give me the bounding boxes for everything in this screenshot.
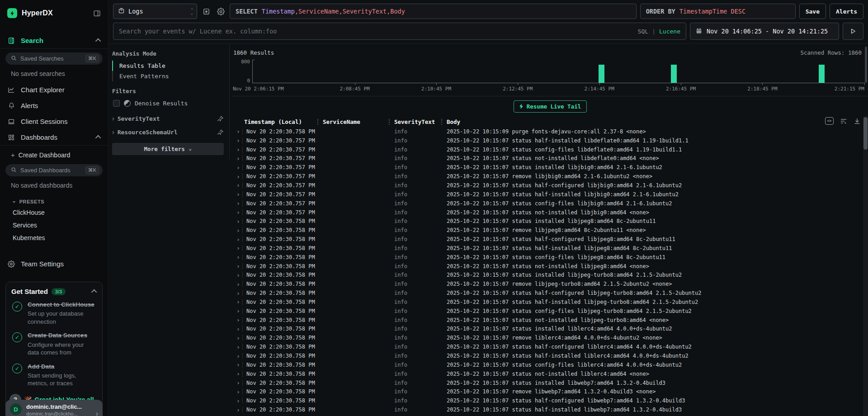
table-row[interactable]: Nov 20 2:20:30.757 PMinfo2025-10-22 10:1…	[232, 163, 868, 172]
wrap-lines-icon[interactable]	[840, 118, 848, 125]
table-row[interactable]: Nov 20 2:20:30.758 PMinfo2025-10-22 10:1…	[232, 387, 868, 396]
page-scrollbar[interactable]	[865, 47, 867, 83]
table-row[interactable]: Nov 20 2:20:30.757 PMinfo2025-10-22 10:1…	[232, 172, 868, 181]
select-chevrons-icon: ⌃⌃	[191, 8, 193, 15]
cell-body: 2025-10-22 10:15:07 status config-files …	[447, 254, 868, 260]
column-header-timestamp[interactable]: Timestamp (Local)	[244, 118, 323, 125]
table-row[interactable]: Nov 20 2:20:30.758 PMinfo2025-10-22 10:1…	[232, 253, 868, 262]
table-row[interactable]: Nov 20 2:20:30.758 PMinfo2025-10-22 10:1…	[232, 262, 868, 271]
table-row[interactable]: Nov 20 2:20:30.758 PMinfo2025-10-22 10:1…	[232, 226, 868, 235]
table-row[interactable]: Nov 20 2:20:30.757 PMinfo2025-10-22 10:1…	[232, 136, 868, 145]
column-header-body[interactable]: Body	[447, 118, 868, 125]
sidebar-collapse-icon[interactable]	[93, 9, 101, 17]
order-by-input[interactable]: ORDER BY TimestampTime DESC	[640, 4, 796, 19]
sidebar-preset-item[interactable]: ClickHouse	[0, 206, 108, 219]
lucene-mode-toggle[interactable]: Lucene	[659, 28, 680, 35]
table-row[interactable]: Nov 20 2:20:30.758 PMinfo2025-10-22 10:1…	[232, 298, 868, 307]
saved-searches-input[interactable]: Saved Searches ⌘K	[5, 52, 103, 65]
denoise-results-toggle[interactable]: Denoise Results	[112, 98, 224, 109]
create-dashboard-button[interactable]: Create Dashboard	[0, 146, 108, 161]
more-filters-button[interactable]: More filters	[112, 143, 224, 155]
filter-group-severitytext[interactable]: SeverityText	[112, 115, 224, 122]
results-histogram[interactable]: 800 0 Nov 20 2:06:15 PM2:08:45 PM2:10:45…	[233, 60, 864, 83]
save-button[interactable]: Save	[799, 4, 826, 19]
column-header-servicename[interactable]: ServiceName	[323, 118, 394, 125]
table-row[interactable]: Nov 20 2:20:30.758 PMinfo2025-10-22 10:1…	[232, 288, 868, 298]
alerts-button[interactable]: Alerts	[830, 4, 863, 19]
table-row[interactable]: Nov 20 2:20:30.758 PMinfo2025-10-22 10:1…	[232, 378, 868, 388]
sidebar-item-chart-explorer[interactable]: Chart Explorer	[0, 82, 108, 98]
sidebar-preset-item[interactable]: Services	[0, 219, 108, 232]
table-row[interactable]: Nov 20 2:20:30.757 PMinfo2025-10-22 10:1…	[232, 145, 868, 154]
table-row[interactable]: Nov 20 2:20:30.758 PMinfo2025-10-22 10:1…	[232, 325, 868, 334]
presets-section-toggle[interactable]: PRESETS	[0, 194, 108, 206]
table-row[interactable]: Nov 20 2:20:30.757 PMinfo2025-10-22 10:1…	[232, 208, 868, 217]
column-resize-handle[interactable]	[441, 119, 442, 125]
denoise-checkbox[interactable]	[113, 100, 120, 107]
table-row[interactable]: Nov 20 2:20:30.758 PMinfo2025-10-22 10:1…	[232, 333, 868, 342]
get-started-task[interactable]: ✓Create Data SourcesConfigure where your…	[12, 331, 97, 356]
get-started-header[interactable]: Get Started 3/3	[11, 288, 97, 295]
user-profile-chip[interactable]: D dominic.tran@clic... dominic.tran@clic…	[5, 400, 103, 416]
filter-group-resourceschemaurl[interactable]: ResourceSchemaUrl	[112, 128, 224, 136]
pin-icon[interactable]	[217, 129, 224, 136]
table-row[interactable]: Nov 20 2:20:30.758 PMinfo2025-10-22 10:1…	[232, 351, 868, 360]
resume-live-tail-button[interactable]: Resume Live Tail	[514, 100, 587, 113]
chevron-up-icon	[91, 289, 97, 295]
table-row[interactable]: Nov 20 2:20:30.758 PMinfo2025-10-22 10:1…	[232, 396, 868, 405]
analysis-mode-option[interactable]: Results Table	[112, 61, 224, 71]
filters-panel: Analysis Mode Results TableEvent Pattern…	[108, 44, 230, 159]
histogram-bar[interactable]	[671, 65, 677, 83]
scrollbar-thumb[interactable]	[863, 117, 868, 150]
histogram-bar[interactable]	[599, 65, 604, 83]
table-row[interactable]: Nov 20 2:20:30.758 PMinfo2025-10-22 10:1…	[232, 342, 868, 351]
histogram-bar[interactable]	[819, 65, 825, 83]
saved-dashboards-input[interactable]: Saved Dashboards ⌘K	[5, 164, 103, 176]
download-icon[interactable]	[854, 118, 861, 125]
table-row[interactable]: Nov 20 2:20:30.757 PMinfo2025-10-22 10:1…	[232, 190, 868, 199]
cell-body: 2025-10-22 10:15:07 status installed lib…	[447, 164, 868, 170]
source-settings-gear-icon[interactable]	[215, 6, 226, 17]
table-row[interactable]: Nov 20 2:20:30.758 PMinfo2025-10-22 10:1…	[232, 369, 868, 378]
sidebar-item-team-settings[interactable]: Team Settings	[0, 256, 108, 272]
event-search-input[interactable]: Search your events w/ Lucene ex. column:…	[113, 23, 686, 40]
table-row[interactable]: Nov 20 2:20:30.758 PMinfo2025-10-22 10:1…	[232, 279, 868, 288]
table-row[interactable]: Nov 20 2:20:30.758 PMinfo2025-10-22 10:1…	[232, 235, 868, 244]
table-row[interactable]: Nov 20 2:20:30.757 PMinfo2025-10-22 10:1…	[232, 199, 868, 208]
chart-plot-area[interactable]: Nov 20 2:06:15 PM2:08:45 PM2:10:45 PM2:1…	[252, 60, 864, 83]
column-resize-handle[interactable]	[317, 119, 318, 125]
date-range-picker[interactable]: Nov 20 14:06:25 - Nov 20 14:21:25	[690, 23, 839, 40]
sidebar-item-search[interactable]: Search	[0, 33, 108, 48]
sidebar-item-client-sessions[interactable]: Client Sessions	[0, 113, 108, 129]
table-config-icon[interactable]	[201, 6, 212, 17]
select-columns-input[interactable]: SELECT Timestamp,ServiceName,SeverityTex…	[230, 4, 637, 19]
table-row[interactable]: Nov 20 2:20:30.758 PMinfo2025-10-22 10:1…	[232, 244, 868, 253]
table-scrollbar[interactable]	[863, 116, 868, 416]
sidebar-item-alerts[interactable]: Alerts	[0, 98, 108, 113]
table-row[interactable]: Nov 20 2:20:30.758 PMinfo2025-10-22 10:1…	[232, 217, 868, 226]
pin-icon[interactable]	[217, 115, 224, 122]
table-row[interactable]: Nov 20 2:20:30.758 PMinfo2025-10-22 10:1…	[232, 405, 868, 414]
get-started-task[interactable]: ✓Connect to ClickHouseSet up your databa…	[12, 301, 97, 326]
analysis-mode-option[interactable]: Event Patterns	[112, 71, 224, 81]
source-select[interactable]: Logs ⌃⌃	[113, 4, 197, 19]
table-row[interactable]: Nov 20 2:20:30.758 PMinfo2025-10-22 10:1…	[232, 271, 868, 280]
table-row[interactable]: Nov 20 2:20:30.758 PMinfo2025-10-22 10:1…	[232, 360, 868, 369]
table-row[interactable]: Nov 20 2:20:30.757 PMinfo2025-10-22 10:1…	[232, 154, 868, 163]
table-row[interactable]: Nov 20 2:20:30.758 PMinfo2025-10-22 10:1…	[232, 316, 868, 325]
column-resize-handle[interactable]	[389, 119, 390, 125]
app-root: HyperDX Search Saved Searches ⌘K No save…	[0, 0, 868, 416]
run-query-button[interactable]	[843, 23, 863, 40]
sidebar-preset-item[interactable]: Kubernetes	[0, 232, 108, 244]
sidebar-item-dashboards[interactable]: Dashboards	[0, 129, 108, 145]
get-started-task[interactable]: ✓Add DataStart sending logs, metrics, or…	[12, 363, 97, 388]
column-header-severitytext[interactable]: SeverityText	[394, 118, 447, 125]
no-saved-dashboards-text: No saved dashboards	[0, 176, 108, 194]
table-row[interactable]: Nov 20 2:20:30.758 PMinfo2025-10-22 10:1…	[232, 127, 868, 136]
expand-json-icon[interactable]: <>	[825, 117, 834, 125]
date-range-value: Nov 20 14:06:25 - Nov 20 14:21:25	[707, 28, 828, 35]
chevron-up-icon	[95, 38, 101, 44]
table-row[interactable]: Nov 20 2:20:30.758 PMinfo2025-10-22 10:1…	[232, 307, 868, 316]
table-row[interactable]: Nov 20 2:20:30.757 PMinfo2025-10-22 10:1…	[232, 181, 868, 190]
sql-mode-toggle[interactable]: SQL	[638, 28, 648, 35]
